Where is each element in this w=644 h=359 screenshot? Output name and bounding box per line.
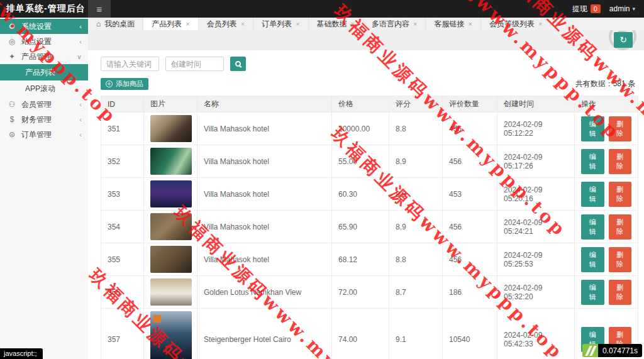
create-time-input[interactable]	[165, 57, 224, 71]
cell-name: Villa Mahasok hotel	[197, 113, 332, 145]
cell-actions: 编辑删除	[575, 178, 638, 211]
column-header: 评分	[389, 96, 443, 113]
cell-id: 353	[101, 178, 144, 211]
total-count-text: 共有数据：581 条	[575, 79, 638, 89]
close-icon[interactable]: ×	[413, 20, 417, 28]
table-row: 355Villa Mahasok hotel68.128.84562024-02…	[101, 243, 638, 276]
cell-score: 8.8	[389, 178, 443, 211]
cell-score: 8.8	[389, 243, 443, 276]
search-button[interactable]	[230, 57, 246, 71]
sidebar-item-label: 系统设置	[21, 21, 52, 32]
tab-member-level-list[interactable]: 会员等级列表×	[481, 18, 551, 30]
cell-actions: 编辑删除	[575, 113, 638, 145]
cell-id: 357	[101, 309, 144, 359]
close-icon[interactable]: ×	[351, 20, 355, 28]
keyword-input[interactable]	[101, 57, 159, 71]
delete-button[interactable]: 删除	[609, 247, 632, 272]
table-row: 351Villa Mahasok hotel20000.008.84562024…	[101, 113, 638, 145]
edit-button[interactable]: 编辑	[581, 214, 604, 240]
cell-score: 8.9	[389, 211, 443, 243]
tab-base-data[interactable]: 基础数据×	[309, 18, 364, 30]
cell-name: Villa Mahasok hotel	[197, 178, 332, 211]
chevron-left-icon: ‹	[79, 101, 82, 108]
tab-label: 多语言内容	[372, 19, 409, 30]
close-icon[interactable]: ×	[186, 20, 189, 28]
delete-button[interactable]: 删除	[609, 149, 632, 174]
cell-review-count: 10540	[443, 309, 497, 359]
tab-multilang-content[interactable]: 多语言内容×	[364, 18, 426, 30]
delete-button[interactable]: 删除	[609, 214, 632, 240]
cell-review-count: 453	[443, 178, 497, 211]
plus-icon: +	[106, 80, 113, 87]
cell-price: 72.00	[332, 276, 389, 309]
sidebar-item-order-manage[interactable]: ⊜订单管理‹	[0, 127, 88, 142]
cell-created: 2024-02-09 05:20:16	[497, 178, 575, 211]
delete-button[interactable]: 删除	[609, 116, 632, 141]
cell-created: 2024-02-09 05:42:33	[497, 309, 575, 359]
tab-label: 我的桌面	[104, 19, 135, 30]
cell-review-count: 456	[443, 211, 497, 243]
tab-my-desktop[interactable]: ⌂我的桌面	[88, 18, 143, 30]
gear-icon: ⚙	[8, 22, 16, 31]
cell-image	[144, 113, 197, 145]
tab-bar: ⌂我的桌面产品列表×会员列表×订单列表×基础数据×多语言内容×客服链接×会员等级…	[88, 18, 644, 30]
edit-button[interactable]: 编辑	[581, 280, 604, 305]
table-row: 357Steigenberger Hotel Cairo74.009.11054…	[101, 309, 638, 359]
chevron-down-icon: ▾	[632, 6, 635, 12]
cell-price: 60.30	[332, 178, 389, 211]
edit-button[interactable]: 编辑	[581, 247, 604, 272]
search-icon	[235, 61, 241, 67]
close-icon[interactable]: ×	[468, 20, 472, 28]
tab-service-link[interactable]: 客服链接×	[426, 18, 480, 30]
tab-label: 客服链接	[434, 19, 464, 30]
cell-image	[144, 211, 197, 243]
column-header: 图片	[144, 96, 197, 113]
edit-button[interactable]: 编辑	[581, 149, 604, 174]
cell-review-count: 186	[443, 276, 497, 309]
close-icon[interactable]: ×	[296, 20, 299, 28]
cell-created: 2024-02-09 05:32:20	[497, 276, 575, 309]
refresh-button[interactable]: ↻	[614, 32, 633, 48]
sidebar-item-product-manage[interactable]: ✦产品管理∨	[0, 49, 88, 64]
tab-product-list[interactable]: 产品列表×	[143, 18, 198, 30]
add-product-button[interactable]: + 添加商品	[101, 78, 148, 90]
sidebar: ⚙系统设置‹◎站点设置‹✦产品管理∨产品列表APP滚动⚇会员管理‹$财务管理‹⊜…	[0, 18, 88, 359]
cell-id: 356	[101, 276, 144, 309]
sidebar-subitem-app-scroll[interactable]: APP滚动	[0, 80, 88, 97]
withdraw-badge: 0	[591, 4, 601, 13]
sidebar-item-member-manage[interactable]: ⚇会员管理‹	[0, 97, 88, 112]
close-icon[interactable]: ×	[538, 20, 542, 28]
status-bar-link-hint: javascript:;	[0, 348, 43, 359]
cell-name: Villa Mahasok hotel	[197, 145, 332, 178]
tab-member-list[interactable]: 会员列表×	[199, 18, 253, 30]
delete-button[interactable]: 删除	[609, 280, 632, 305]
tab-label: 会员等级列表	[489, 19, 535, 30]
cell-price: 20000.00	[332, 113, 389, 145]
edit-button[interactable]: 编辑	[581, 116, 604, 141]
menu-toggle-button[interactable]: ≡	[88, 0, 111, 18]
withdraw-link[interactable]: 提现 0	[572, 4, 601, 14]
cell-name: Villa Mahasok hotel	[197, 211, 332, 243]
finance-icon: $	[8, 115, 16, 124]
action-buttons: 编辑删除	[581, 247, 631, 272]
cell-score: 8.7	[389, 276, 443, 309]
hotel-photo	[150, 148, 192, 175]
delete-button[interactable]: 删除	[609, 182, 632, 207]
hamburger-icon: ≡	[97, 4, 103, 14]
hotel-photo	[150, 279, 192, 306]
search-toolbar	[101, 57, 638, 71]
hotel-photo	[150, 246, 192, 273]
column-header: 价格	[332, 96, 389, 113]
user-menu[interactable]: admin ▾	[609, 4, 635, 13]
close-icon[interactable]: ×	[241, 20, 245, 28]
edit-button[interactable]: 编辑	[581, 182, 604, 207]
chevron-left-icon: ‹	[79, 116, 82, 123]
sidebar-subitem-product-list[interactable]: 产品列表	[0, 64, 88, 80]
sidebar-item-system-settings[interactable]: ⚙系统设置‹	[0, 19, 88, 34]
cell-image	[144, 276, 197, 309]
column-header: 操作	[575, 96, 638, 113]
column-header: 名称	[197, 96, 332, 113]
sidebar-item-finance-manage[interactable]: $财务管理‹	[0, 112, 88, 127]
sidebar-item-site-settings[interactable]: ◎站点设置‹	[0, 34, 88, 49]
tab-order-list[interactable]: 订单列表×	[253, 18, 308, 30]
